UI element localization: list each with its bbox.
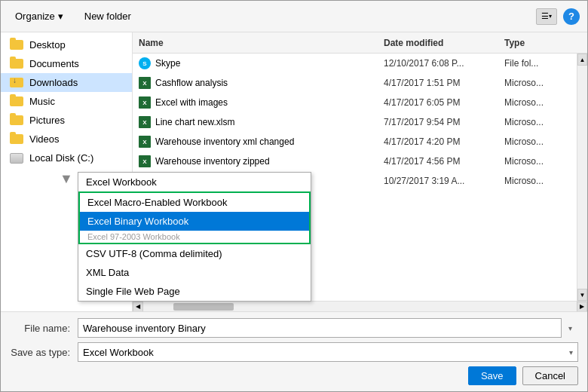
file-date-cell: 12/10/2017 6:08 P... [381, 58, 501, 69]
excel-icon: X [139, 136, 151, 148]
file-name-label: Skype [155, 58, 180, 69]
save-type-dropdown-popup: Excel Workbook Excel Macro-Enabled Workb… [78, 172, 311, 302]
view-icon-symbol: ☰ [541, 11, 549, 21]
file-date-cell: 4/17/2017 6:05 PM [381, 97, 501, 108]
sidebar-label-downloads: Downloads [29, 77, 78, 88]
sidebar-item-desktop[interactable]: Desktop [1, 35, 132, 54]
scroll-right-arrow[interactable]: ▶ [577, 302, 587, 312]
save-as-type-arrow: ▾ [569, 348, 573, 357]
h-scroll-thumb [173, 303, 234, 311]
file-date-cell: 4/17/2017 4:20 PM [381, 136, 501, 147]
sidebar-label-documents: Documents [29, 58, 79, 69]
save-as-type-label: Save as type: [10, 347, 78, 358]
organize-dropdown-icon: ▾ [58, 11, 63, 22]
skype-icon: S [139, 57, 151, 69]
scroll-up-arrow[interactable]: ▲ [577, 54, 587, 66]
file-name-cell: X Excel with images [133, 96, 381, 109]
scroll-down-arrow[interactable]: ▼ [577, 289, 587, 301]
file-type-cell: Microso... [501, 117, 577, 127]
sidebar-label-local-disk: Local Disk (C:) [29, 152, 93, 164]
table-row[interactable]: X Cashflow analysis 4/17/2017 1:51 PM Mi… [133, 73, 577, 93]
folder-icon [10, 59, 23, 69]
folder-icon [10, 134, 23, 145]
file-name-cell: S Skype [133, 57, 381, 69]
save-as-type-row: Save as type: Excel Workbook ▾ Excel Wor… [10, 342, 578, 362]
cancel-button[interactable]: Cancel [522, 366, 578, 385]
form-buttons: Save Cancel [10, 366, 578, 385]
horizontal-scrollbar[interactable]: ◀ ▶ [133, 301, 587, 311]
table-row[interactable]: X Warehouse inventory zipped 4/17/2017 4… [133, 152, 577, 171]
sidebar-item-documents[interactable]: Documents [1, 54, 132, 73]
excel-icon: X [139, 155, 151, 167]
save-button[interactable]: Save [468, 366, 516, 385]
dropdown-option-excel-macro-workbook[interactable]: Excel Macro-Enabled Workbook [80, 193, 309, 212]
organize-button[interactable]: Organize ▾ [8, 8, 70, 25]
file-type-cell: Microso... [501, 78, 577, 88]
vertical-scrollbar[interactable]: ▲ ▼ [577, 54, 587, 301]
sidebar-item-pictures[interactable]: Pictures [1, 111, 132, 130]
folder-icon [10, 40, 23, 51]
sidebar-label-music: Music [29, 96, 55, 107]
filename-dropdown-arrow: ▾ [562, 324, 578, 332]
scroll-left-arrow[interactable]: ◀ [133, 302, 143, 312]
file-date-cell: 7/17/2017 9:54 PM [381, 117, 501, 127]
file-name-cell: X Cashflow analysis [133, 77, 381, 89]
sidebar-item-music[interactable]: Music [1, 92, 132, 111]
file-list-header: Name Date modified Type [133, 32, 587, 54]
filename-input[interactable] [78, 318, 562, 338]
table-row[interactable]: S Skype 12/10/2017 6:08 P... File fol... [133, 54, 577, 73]
col-header-type: Type [501, 38, 577, 48]
file-type-cell: Microso... [501, 156, 577, 167]
toolbar-right: ☰ ▾ ? [536, 8, 580, 25]
dropdown-option-single-file-web[interactable]: Single File Web Page [78, 282, 311, 301]
dropdown-option-xml-data[interactable]: XML Data [78, 263, 311, 282]
bottom-form: File name: ▾ Save as type: Excel Workboo… [1, 311, 587, 391]
table-row[interactable]: X Warehouse inventory xml changed 4/17/2… [133, 132, 577, 152]
col-header-name: Name [133, 38, 381, 48]
folder-icon [10, 115, 23, 126]
excel-icon: X [139, 77, 151, 89]
excel-icon: X [139, 116, 151, 128]
file-type-cell: Microso... [501, 136, 577, 147]
sidebar-label-pictures: Pictures [29, 115, 65, 126]
sidebar-item-local-disk[interactable]: Local Disk (C:) [1, 149, 132, 167]
sidebar-item-videos[interactable]: Videos [1, 130, 132, 149]
dropdown-option-excel-97-2003[interactable]: Excel 97-2003 Workbook [80, 231, 309, 243]
table-row[interactable]: X Line chart new.xlsm 7/17/2017 9:54 PM … [133, 112, 577, 132]
folder-download-icon [10, 78, 23, 88]
file-type-cell: File fol... [501, 58, 577, 69]
scroll-track [577, 66, 587, 289]
file-name-label: Excel with images [155, 97, 228, 108]
file-date-cell: 4/17/2017 1:51 PM [381, 78, 501, 88]
table-row[interactable]: X Excel with images 4/17/2017 6:05 PM Mi… [133, 93, 577, 112]
dropdown-green-border: Excel Macro-Enabled Workbook Excel Binar… [78, 191, 311, 244]
file-type-cell: Microso... [501, 176, 577, 186]
new-folder-button[interactable]: New folder [78, 8, 138, 25]
save-as-type-value: Excel Workbook [83, 347, 154, 358]
view-dropdown-icon: ▾ [549, 13, 552, 20]
save-as-type-dropdown[interactable]: Excel Workbook ▾ [78, 342, 578, 362]
sidebar-label-videos: Videos [29, 133, 60, 145]
dropdown-option-excel-workbook[interactable]: Excel Workbook [78, 173, 311, 191]
sidebar-item-downloads[interactable]: Downloads [1, 73, 132, 92]
file-name-label: Cashflow analysis [155, 78, 228, 88]
help-button[interactable]: ? [563, 8, 580, 25]
file-type-cell: Microso... [501, 97, 577, 108]
dropdown-option-excel-binary-workbook[interactable]: Excel Binary Workbook [80, 212, 309, 231]
file-date-cell: 10/27/2017 3:19 A... [381, 176, 501, 186]
filename-row: File name: ▾ [10, 318, 578, 338]
col-header-date: Date modified [381, 38, 501, 48]
file-name-cell: X Line chart new.xlsm [133, 116, 381, 128]
h-scroll-track [143, 302, 577, 311]
filename-label: File name: [10, 323, 78, 334]
help-label: ? [568, 11, 574, 22]
folder-icon [10, 96, 23, 107]
file-name-cell: X Warehouse inventory xml changed [133, 136, 381, 148]
view-toggle-button[interactable]: ☰ ▾ [536, 8, 557, 25]
save-dialog: Organize ▾ New folder ☰ ▾ ? Desktop [0, 0, 588, 392]
file-name-label: Warehouse inventory zipped [155, 156, 270, 167]
toolbar: Organize ▾ New folder ☰ ▾ ? [1, 1, 587, 32]
dropdown-option-csv-utf8[interactable]: CSV UTF-8 (Comma delimited) [78, 244, 311, 263]
file-name-label: Line chart new.xlsm [155, 117, 234, 127]
sidebar-label-desktop: Desktop [29, 39, 66, 51]
